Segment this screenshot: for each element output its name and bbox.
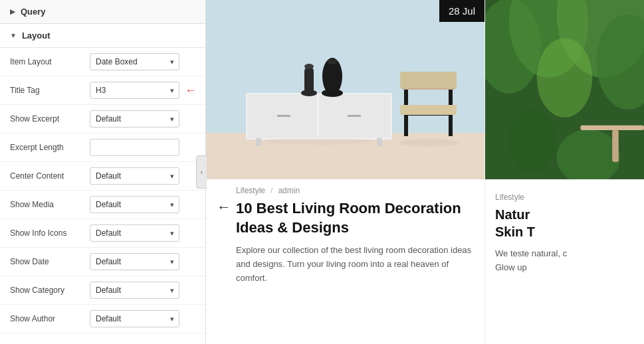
post-excerpt-1: Explore our collection of the best livin…: [236, 244, 475, 285]
svg-rect-31: [580, 126, 644, 130]
post-body-2: Lifestyle NaturSkin T We teste natural, …: [485, 179, 644, 282]
post-author-1[interactable]: admin: [278, 186, 300, 195]
query-arrow-icon: ▶: [10, 8, 15, 15]
post-meta-1: Lifestyle / admin: [236, 179, 475, 199]
title-tag-label: Title Tag: [10, 86, 90, 95]
post-card-2: Lifestyle NaturSkin T We teste natural, …: [485, 0, 644, 344]
show-excerpt-row: Show Excerpt Default Yes No: [0, 105, 205, 133]
settings-panel: ▶ Query ▼ Layout Item Layout Date Boxed …: [0, 0, 206, 344]
date-badge-text-1: 28 Jul: [449, 5, 475, 17]
center-content-select-wrapper: Default Yes No: [90, 167, 179, 185]
item-layout-select-wrapper: Date Boxed Default Classic Minimal: [90, 53, 179, 70]
back-arrow-button[interactable]: ←: [211, 196, 237, 218]
item-layout-row: Item Layout Date Boxed Default Classic M…: [0, 48, 205, 76]
svg-point-28: [509, 110, 557, 173]
post-image-2: [485, 0, 644, 179]
layout-arrow-icon: ▼: [10, 32, 17, 39]
show-info-icons-select-wrapper: Default Yes No: [90, 224, 179, 242]
show-author-select-wrapper: Default Yes No: [90, 310, 179, 327]
post-category-1[interactable]: Lifestyle: [236, 186, 265, 195]
post-card-1: 28 Jul ← Lifestyle / admin 10 Best Livin…: [206, 0, 485, 344]
query-section-header[interactable]: ▶ Query: [0, 0, 205, 24]
item-layout-select[interactable]: Date Boxed Default Classic Minimal: [90, 53, 179, 70]
post-meta-2: Lifestyle: [495, 186, 634, 206]
show-media-control: Default Yes No: [90, 196, 195, 213]
excerpt-length-label: Excerpt Length: [10, 143, 90, 152]
show-date-label: Show Date: [10, 257, 90, 266]
layout-section-header[interactable]: ▼ Layout: [0, 24, 205, 48]
show-excerpt-control: Default Yes No: [90, 110, 195, 128]
title-tag-control: H3 H1 H2 H4 H5 H6 ←: [90, 82, 197, 99]
show-date-select-wrapper: Default Yes No: [90, 253, 179, 270]
post-grid: 28 Jul ← Lifestyle / admin 10 Best Livin…: [206, 0, 644, 344]
show-excerpt-select[interactable]: Default Yes No: [90, 110, 179, 128]
show-date-control: Default Yes No: [90, 253, 195, 270]
svg-point-21: [399, 139, 459, 147]
svg-rect-7: [277, 115, 290, 117]
collapse-icon: ‹: [201, 169, 203, 176]
show-excerpt-select-wrapper: Default Yes No: [90, 110, 179, 128]
svg-rect-8: [348, 115, 361, 117]
svg-rect-10: [304, 66, 314, 94]
title-tag-arrow-indicator: ←: [185, 84, 197, 98]
post-image-svg-1: [206, 0, 484, 179]
excerpt-length-input[interactable]: [90, 139, 179, 156]
layout-section: ▼ Layout Item Layout Date Boxed Default …: [0, 24, 205, 333]
svg-point-11: [304, 64, 314, 69]
svg-point-30: [537, 38, 593, 118]
post-body-1: Lifestyle / admin 10 Best Living Room De…: [206, 179, 484, 296]
show-info-icons-select[interactable]: Default Yes No: [90, 224, 179, 242]
show-category-label: Show Category: [10, 286, 90, 295]
show-info-icons-control: Default Yes No: [90, 224, 195, 242]
show-author-select[interactable]: Default Yes No: [90, 310, 179, 327]
center-content-select[interactable]: Default Yes No: [90, 167, 179, 185]
post-title-1[interactable]: 10 Best Living Room Decoration Ideas & D…: [236, 199, 475, 237]
svg-rect-6: [377, 138, 382, 146]
show-info-icons-label: Show Info Icons: [10, 228, 90, 238]
excerpt-length-control: [90, 139, 195, 156]
post-excerpt-2: We teste natural, cGlow up: [495, 247, 634, 275]
svg-point-14: [327, 59, 338, 64]
center-content-control: Default Yes No: [90, 167, 195, 185]
back-arrow-icon: ←: [217, 199, 231, 215]
show-category-select[interactable]: Default Yes No: [90, 282, 179, 299]
show-author-label: Show Author: [10, 314, 90, 323]
date-badge-1: 28 Jul: [439, 0, 484, 22]
panel-collapse-button[interactable]: ‹: [196, 155, 207, 189]
post-image-svg-2: [485, 0, 644, 179]
show-category-row: Show Category Default Yes No: [0, 276, 205, 305]
svg-rect-19: [400, 105, 457, 115]
preview-panel: 28 Jul ← Lifestyle / admin 10 Best Livin…: [206, 0, 644, 344]
query-label: Query: [21, 7, 46, 17]
show-media-label: Show Media: [10, 200, 90, 209]
meta-separator-1: /: [270, 186, 272, 195]
item-layout-label: Item Layout: [10, 57, 90, 66]
show-excerpt-label: Show Excerpt: [10, 114, 90, 124]
center-content-row: Center Content Default Yes No: [0, 162, 205, 191]
show-media-row: Show Media Default Yes No: [0, 191, 205, 219]
show-category-control: Default Yes No: [90, 282, 195, 299]
title-tag-row: Title Tag H3 H1 H2 H4 H5 H6 ←: [0, 76, 205, 105]
show-date-row: Show Date Default Yes No: [0, 248, 205, 276]
show-media-select[interactable]: Default Yes No: [90, 196, 179, 213]
post-title-2[interactable]: NaturSkin T: [495, 206, 634, 240]
post-category-2[interactable]: Lifestyle: [495, 193, 524, 202]
excerpt-length-row: Excerpt Length: [0, 133, 205, 162]
title-tag-select[interactable]: H3 H1 H2 H4 H5 H6: [90, 82, 179, 99]
center-content-label: Center Content: [10, 171, 90, 181]
svg-point-22: [266, 138, 372, 145]
show-info-icons-row: Show Info Icons Default Yes No: [0, 219, 205, 248]
show-author-control: Default Yes No: [90, 310, 195, 327]
show-date-select[interactable]: Default Yes No: [90, 253, 179, 270]
post-image-1: 28 Jul: [206, 0, 484, 179]
item-layout-control: Date Boxed Default Classic Minimal: [90, 53, 195, 70]
show-author-row: Show Author Default Yes No: [0, 305, 205, 333]
show-media-select-wrapper: Default Yes No: [90, 196, 179, 213]
layout-label: Layout: [22, 31, 51, 41]
svg-rect-20: [400, 72, 457, 88]
svg-rect-32: [612, 130, 619, 162]
show-category-select-wrapper: Default Yes No: [90, 282, 179, 299]
title-tag-select-wrapper: H3 H1 H2 H4 H5 H6: [90, 82, 179, 99]
svg-rect-5: [256, 138, 261, 146]
